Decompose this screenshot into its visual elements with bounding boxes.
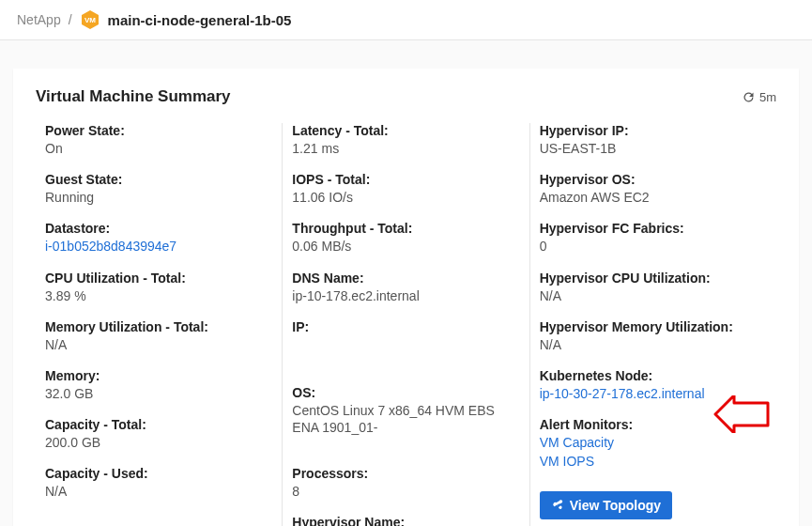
field-ip: IP: [292, 319, 519, 370]
alert-vm-capacity-link[interactable]: VM Capacity [540, 434, 767, 451]
vm-icon: VM [80, 9, 100, 30]
field-capacity-used: Capacity - Used: N/A [45, 466, 272, 500]
summary-col-3: Hypervisor IP: US-EAST-1B Hypervisor OS:… [529, 123, 776, 526]
refresh-button[interactable]: 5m [742, 90, 776, 104]
field-throughput: Throughput - Total: 0.06 MB/s [292, 221, 519, 255]
field-hypervisor-os: Hypervisor OS: Amazon AWS EC2 [540, 172, 767, 206]
field-cpu-utilization: CPU Utilization - Total: 3.89 % [45, 271, 272, 304]
field-kubernetes-node: Kubernetes Node: ip-10-30-27-178.ec2.int… [540, 368, 767, 402]
field-hypervisor-cpu-utilization: Hypervisor CPU Utilization: N/A [540, 271, 767, 304]
field-hypervisor-fc-fabrics: Hypervisor FC Fabrics: 0 [540, 221, 767, 255]
breadcrumb-current: main-ci-node-general-1b-05 [108, 12, 292, 28]
field-guest-state: Guest State: Running [45, 172, 272, 206]
field-hypervisor-ip: Hypervisor IP: US-EAST-1B [540, 123, 767, 157]
field-iops: IOPS - Total: 11.06 IO/s [292, 172, 519, 206]
field-memory: Memory: 32.0 GB [45, 368, 272, 402]
summary-col-2: Latency - Total: 1.21 ms IOPS - Total: 1… [282, 123, 529, 526]
field-processors: Processors: 8 [292, 466, 519, 500]
field-datastore: Datastore: i-01b052b8d843994e7 [45, 221, 272, 255]
breadcrumb-separator: / [69, 12, 72, 27]
card-title: Virtual Machine Summary [36, 87, 231, 106]
alert-vm-iops-link[interactable]: VM IOPS [540, 453, 767, 470]
field-power-state: Power State: On [45, 123, 272, 157]
field-latency: Latency - Total: 1.21 ms [292, 123, 519, 157]
field-dns-name: DNS Name: ip-10-178.ec2.internal [292, 271, 519, 304]
refresh-time: 5m [759, 90, 776, 104]
field-alert-monitors: Alert Monitors: VM Capacity VM IOPS [540, 417, 767, 470]
kubernetes-node-link[interactable]: ip-10-30-27-178.ec2.internal [540, 385, 767, 402]
field-capacity-total: Capacity - Total: 200.0 GB [45, 417, 272, 451]
breadcrumb: NetApp / VM main-ci-node-general-1b-05 [0, 0, 812, 40]
breadcrumb-root[interactable]: NetApp [17, 12, 61, 27]
refresh-icon [742, 90, 756, 104]
view-topology-button[interactable]: View Topology [540, 491, 673, 519]
datastore-link[interactable]: i-01b052b8d843994e7 [45, 238, 272, 255]
share-icon [551, 499, 564, 512]
field-os: OS: CentOS Linux 7 x86_64 HVM EBS ENA 19… [292, 385, 519, 451]
vm-summary-card: Virtual Machine Summary 5m Power State: … [13, 69, 799, 526]
summary-col-1: Power State: On Guest State: Running Dat… [36, 123, 282, 526]
field-hypervisor-name: Hypervisor Name: us-east-1b [292, 515, 519, 526]
field-memory-utilization: Memory Utilization - Total: N/A [45, 319, 272, 353]
field-hypervisor-memory-utilization: Hypervisor Memory Utilization: N/A [540, 319, 767, 353]
svg-text:VM: VM [84, 16, 96, 24]
